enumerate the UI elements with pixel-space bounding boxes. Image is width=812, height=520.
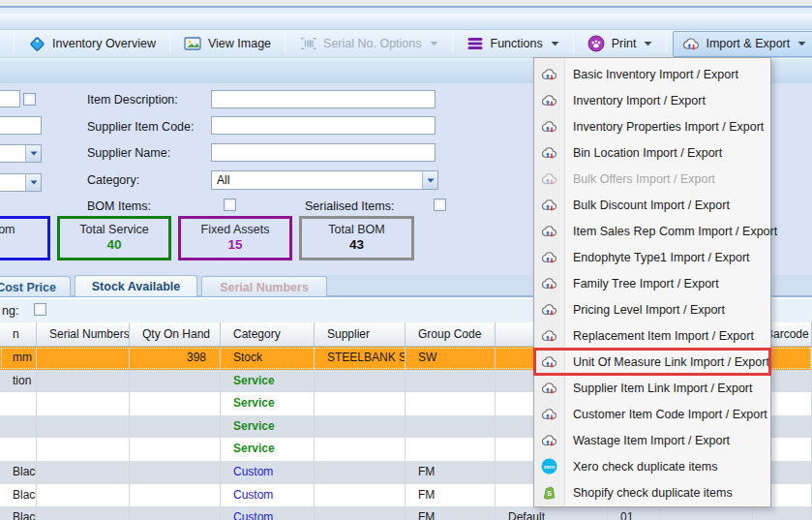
menu-item[interactable]: Inventory Import / Export bbox=[534, 87, 770, 113]
grid-cell: FM bbox=[406, 461, 496, 484]
grid-cell bbox=[315, 461, 406, 484]
menu-item[interactable]: Supplier Item Link Import / Export bbox=[534, 375, 770, 401]
grid-cell: STEELBANK ST... bbox=[315, 347, 406, 370]
supplier-name-input[interactable] bbox=[211, 143, 436, 162]
chevron-down-icon[interactable] bbox=[25, 145, 41, 162]
chevron-down-icon bbox=[430, 41, 438, 46]
summary-box-total-service[interactable]: Total Service 40 bbox=[57, 216, 171, 260]
menu-item[interactable]: Customer Item Code Import / Export bbox=[534, 401, 770, 427]
left-cutoff-input-1[interactable] bbox=[0, 90, 20, 107]
chevron-down-icon bbox=[797, 41, 806, 46]
menu-item[interactable]: Basic Inventory Import / Export bbox=[534, 61, 770, 87]
serialised-items-checkbox[interactable] bbox=[434, 199, 446, 211]
grid-column-header[interactable]: Category bbox=[221, 322, 315, 346]
left-cutoff-select-1[interactable] bbox=[0, 144, 42, 163]
menu-item-label: Family Tree Import / Export bbox=[573, 277, 719, 291]
item-description-input[interactable] bbox=[211, 90, 436, 108]
grid-column-header[interactable]: Qty On Hand bbox=[130, 322, 221, 346]
grid-cell bbox=[37, 347, 130, 370]
grid-column-header[interactable]: n bbox=[0, 322, 37, 346]
grid-cell bbox=[130, 484, 221, 507]
grid-cell: Stock bbox=[221, 347, 315, 370]
summary-box-label: Total Service bbox=[60, 223, 168, 236]
menu-item[interactable]: Family Tree Import / Export bbox=[534, 270, 770, 296]
grid-cell bbox=[406, 415, 496, 439]
left-cutoff-select-2[interactable] bbox=[0, 173, 42, 192]
grid-cell bbox=[37, 438, 130, 461]
grid-cell: BlackG bbox=[0, 506, 37, 520]
chevron-down-icon[interactable] bbox=[422, 171, 437, 189]
toolbar-separator bbox=[573, 34, 574, 53]
cloud-import-export-icon bbox=[541, 197, 557, 213]
cloud-import-export-icon bbox=[541, 223, 557, 239]
supplier-item-code-input[interactable] bbox=[211, 116, 436, 135]
grid-cell bbox=[406, 392, 496, 415]
summary-box-custom[interactable]: Custom 6 bbox=[0, 216, 50, 260]
menu-item[interactable]: Wastage Item Import / Export bbox=[534, 427, 770, 453]
import-export-button[interactable]: Import & Export bbox=[673, 31, 812, 57]
menu-item[interactable]: Bulk Offers Import / Export bbox=[534, 166, 770, 192]
grid-cell: Default bbox=[496, 506, 608, 520]
grid-cell bbox=[37, 461, 130, 484]
menu-item[interactable]: Endophyte Type1 Import / Export bbox=[534, 244, 770, 270]
inventory-overview-button[interactable]: Inventory Overview bbox=[20, 32, 164, 56]
grid-filter-checkbox[interactable] bbox=[34, 303, 46, 316]
functions-button[interactable]: Functions bbox=[459, 32, 567, 56]
menu-item[interactable]: Unit Of Measure Link Import / Export bbox=[534, 349, 770, 375]
left-cutoff-input-2[interactable] bbox=[0, 116, 42, 135]
chevron-down-icon[interactable] bbox=[25, 174, 41, 191]
grid-cell: mm 1... bbox=[0, 347, 37, 370]
grid-row[interactable]: BlackGCustomFMDefault01 bbox=[0, 506, 812, 520]
summary-box-value: 15 bbox=[181, 237, 289, 252]
grid-column-header[interactable]: Group Code bbox=[406, 322, 496, 346]
menu-item[interactable]: Pricing Level Import / Export bbox=[534, 296, 770, 322]
grid-cell bbox=[0, 438, 37, 461]
tab-stock-available[interactable]: Stock Available bbox=[75, 275, 197, 296]
grid-cell: Service bbox=[221, 370, 315, 393]
serial-no-options-button[interactable]: Serial No. Options bbox=[291, 32, 445, 56]
summary-box-label: Total BOM bbox=[302, 223, 411, 236]
toolbar-separator bbox=[452, 34, 453, 53]
cloud-import-export-icon bbox=[541, 406, 557, 422]
grid-cell bbox=[315, 415, 406, 439]
grid-column-header[interactable]: Supplier bbox=[315, 322, 406, 346]
tab-cost-price[interactable]: r Cost Price bbox=[0, 276, 71, 296]
summary-box-fixed-assets[interactable]: Fixed Assets 15 bbox=[178, 216, 292, 260]
menu-item-label: Unit Of Measure Link Import / Export bbox=[573, 355, 769, 369]
image-icon bbox=[184, 35, 202, 53]
menu-item[interactable]: SShopify check duplicate items bbox=[534, 479, 770, 505]
grid-cell: Service bbox=[221, 392, 315, 415]
cloud-import-export-icon bbox=[541, 275, 557, 291]
bom-items-checkbox[interactable] bbox=[224, 199, 236, 211]
menu-item[interactable]: Item Sales Rep Comm Import / Export bbox=[534, 218, 770, 244]
grid-column-header[interactable]: Serial Numbers bbox=[37, 322, 130, 346]
import-export-menu: Basic Inventory Import / ExportInventory… bbox=[533, 57, 771, 507]
view-image-label: View Image bbox=[208, 37, 271, 50]
grid-cell bbox=[315, 392, 406, 415]
view-image-button[interactable]: View Image bbox=[176, 32, 279, 56]
grid-cell: tion bbox=[0, 370, 37, 393]
menu-item[interactable]: Inventory Properties Import / Export bbox=[534, 113, 770, 139]
toolbar-separator bbox=[285, 34, 286, 53]
menu-item[interactable]: Bulk Discount Import / Export bbox=[534, 192, 770, 218]
left-cutoff-checkbox[interactable] bbox=[23, 93, 36, 106]
summary-box-label: Fixed Assets bbox=[181, 223, 289, 236]
category-select[interactable]: All bbox=[211, 170, 438, 190]
grid-cell bbox=[753, 506, 812, 520]
ribbon-band bbox=[0, 14, 812, 30]
supplier-item-code-label: Supplier Item Code: bbox=[87, 120, 194, 134]
serialised-items-label: Serialised Items: bbox=[305, 199, 394, 213]
grid-cell bbox=[130, 370, 221, 393]
print-button[interactable]: Print bbox=[580, 32, 661, 56]
toolbar: Inventory Overview View Image Serial No.… bbox=[0, 30, 812, 58]
menu-item[interactable]: xeroXero check duplicate items bbox=[534, 453, 770, 479]
menu-item[interactable]: Replacement Item Import / Export bbox=[534, 322, 770, 349]
grid-cell bbox=[406, 438, 496, 461]
summary-box-total-bom[interactable]: Total BOM 43 bbox=[299, 216, 414, 260]
menu-item[interactable]: Bin Location Import / Export bbox=[534, 139, 770, 166]
grid-cell: Custom bbox=[221, 461, 315, 484]
cloud-import-export-icon bbox=[541, 118, 557, 135]
menu-item-label: Basic Inventory Import / Export bbox=[573, 68, 738, 81]
tab-serial-numbers[interactable]: Serial Numbers bbox=[201, 276, 327, 296]
grid-cell bbox=[406, 370, 496, 393]
